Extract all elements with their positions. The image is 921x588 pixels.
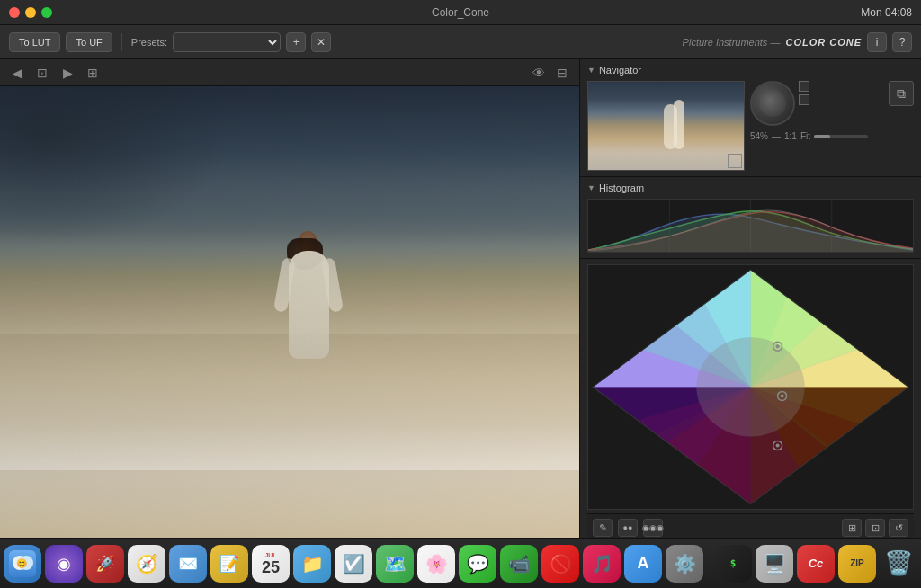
menubar-time: Mon 04:08 xyxy=(861,6,912,19)
cone-view1-button[interactable]: ⊞ xyxy=(842,519,862,537)
colorcone-canvas[interactable] xyxy=(587,264,914,510)
minimize-button[interactable] xyxy=(25,7,36,18)
preview-icon-right[interactable]: ▶ xyxy=(58,63,77,83)
nav-zoom-bar: 54% — 1:1 Fit xyxy=(750,131,914,141)
navigator-title: Navigator xyxy=(599,65,641,76)
toolbar-right: Picture Instruments — COLOR CONE i ? xyxy=(683,32,912,52)
dock-airplay[interactable]: 🖥️ xyxy=(756,545,793,583)
nav-copy-button[interactable]: ⧉ xyxy=(889,81,914,106)
dock-trash[interactable]: 🗑️ xyxy=(880,545,917,583)
preset-add-button[interactable]: + xyxy=(286,32,306,52)
dock-siri[interactable]: ◉ xyxy=(45,545,83,583)
presets-dropdown[interactable] xyxy=(173,32,281,52)
cone-reset-button[interactable]: ↺ xyxy=(889,519,908,537)
histogram-canvas xyxy=(587,199,914,253)
cone-controls: ✎ ●● ◉◉◉ ⊞ ⊡ ↺ xyxy=(587,513,914,538)
preview-image-container xyxy=(0,86,579,538)
histogram-arrow: ▼ xyxy=(587,183,595,192)
preview-toolbar: ◀ ⊡ ▶ ⊞ 👁 ⊟ xyxy=(0,59,579,86)
cone-view2-button[interactable]: ⊡ xyxy=(865,519,885,537)
main-layout: ◀ ⊡ ▶ ⊞ 👁 ⊟ xyxy=(0,59,921,538)
preview-icon-expand[interactable]: ⊞ xyxy=(83,63,103,83)
right-panel: ▼ Navigator xyxy=(579,59,921,538)
dock-finder[interactable]: 😊 xyxy=(4,545,41,583)
preview-icon-grid[interactable]: ⊡ xyxy=(32,63,52,83)
cone-color2-button[interactable]: ◉◉◉ xyxy=(643,519,663,537)
navigator-content: ⧉ 54% — 1:1 Fit xyxy=(587,81,914,171)
dock-calendar-header: JUL xyxy=(264,552,276,558)
help-button[interactable]: ? xyxy=(892,32,912,52)
zoom-slider-fill xyxy=(814,135,830,138)
dock-facetime[interactable]: 📹 xyxy=(500,545,538,583)
preview-eye-button[interactable]: 👁 xyxy=(529,63,549,83)
navigator-section: ▼ Navigator xyxy=(580,59,921,177)
maximize-button[interactable] xyxy=(41,7,52,18)
nav-box-2 xyxy=(799,94,809,105)
dock-launchpad[interactable]: 🚀 xyxy=(86,545,124,583)
navigator-header: ▼ Navigator xyxy=(587,65,914,76)
histogram-title: Histogram xyxy=(599,183,644,193)
toolbar-separator xyxy=(121,33,122,51)
svg-point-43 xyxy=(776,444,780,448)
dock-reminders[interactable]: ☑️ xyxy=(335,545,372,583)
dock-music[interactable]: 🎵 xyxy=(583,545,621,583)
dock: 😊 ◉ 🚀 🧭 ✉️ 📝 JUL 25 📁 ☑️ 🗺️ 🌸 💬 📹 🚫 🎵 A … xyxy=(0,538,921,588)
nav-thumb-image xyxy=(588,82,744,170)
dock-mail[interactable]: ✉️ xyxy=(169,545,207,583)
dock-maps[interactable]: 🗺️ xyxy=(376,545,414,583)
svg-text:😊: 😊 xyxy=(16,557,28,569)
zoom-separator: — xyxy=(772,131,781,141)
svg-point-36 xyxy=(696,337,804,436)
title-bar: Color_Cone Mon 04:08 xyxy=(0,0,921,25)
dock-capture[interactable]: Cc xyxy=(797,545,835,583)
toolbar: To LUT To UF Presets: + ✕ Picture Instru… xyxy=(0,25,921,59)
histogram-header: ▼ Histogram xyxy=(587,183,914,193)
zoom-fit-label: Fit xyxy=(800,131,810,141)
cone-pencil-button[interactable]: ✎ xyxy=(593,519,613,537)
dock-calendar[interactable]: JUL 25 xyxy=(252,545,290,583)
zoom-54-label: 54% xyxy=(750,131,768,141)
cone-color-button[interactable]: ●● xyxy=(618,519,638,537)
preview-split-button[interactable]: ⊟ xyxy=(552,63,572,83)
dock-files[interactable]: 📁 xyxy=(293,545,331,583)
dock-terminal[interactable]: $ xyxy=(714,545,752,583)
dock-messages[interactable]: 💬 xyxy=(459,545,496,583)
info-button[interactable]: i xyxy=(867,32,887,52)
preset-delete-button[interactable]: ✕ xyxy=(311,32,331,52)
dock-archiver[interactable]: ZIP xyxy=(838,545,876,583)
colorcone-svg xyxy=(588,265,913,509)
preview-image xyxy=(0,86,579,538)
dock-appstore[interactable]: A xyxy=(624,545,662,583)
zoom-1-1-label: 1:1 xyxy=(784,131,797,141)
dock-notes[interactable]: 📝 xyxy=(210,545,248,583)
preview-area: ◀ ⊡ ▶ ⊞ 👁 ⊟ xyxy=(0,59,579,538)
zoom-slider[interactable] xyxy=(814,135,868,138)
close-button[interactable] xyxy=(9,7,20,18)
nav-boxes xyxy=(799,81,809,105)
navigator-thumbnail[interactable] xyxy=(587,81,745,171)
dock-calendar-day: 25 xyxy=(262,559,280,575)
to-lut-button[interactable]: To LUT xyxy=(9,32,60,52)
title-bar-right: Mon 04:08 xyxy=(861,6,912,19)
nav-dial[interactable] xyxy=(750,81,795,126)
nav-controls: ⧉ 54% — 1:1 Fit xyxy=(750,81,914,141)
to-uf-button[interactable]: To UF xyxy=(66,32,112,52)
presets-label: Presets: xyxy=(131,37,167,48)
histogram-svg xyxy=(588,200,913,252)
preview-icon-left[interactable]: ◀ xyxy=(7,63,27,83)
traffic-lights xyxy=(9,7,52,18)
window-title: Color_Cone xyxy=(432,6,489,19)
picture-instruments-label: Picture Instruments — xyxy=(683,37,781,48)
dock-news[interactable]: 🚫 xyxy=(541,545,579,583)
colorcone-section: ✎ ●● ◉◉◉ ⊞ ⊡ ↺ xyxy=(580,259,921,538)
navigator-arrow: ▼ xyxy=(587,66,595,75)
svg-point-39 xyxy=(776,344,780,348)
nav-box-1 xyxy=(799,81,809,92)
dock-sysprefs[interactable]: ⚙️ xyxy=(666,545,703,583)
color-cone-label: COLOR CONE xyxy=(785,37,862,48)
nav-zoom-box xyxy=(728,154,742,168)
dock-safari[interactable]: 🧭 xyxy=(128,545,165,583)
histogram-section: ▼ Histogram xyxy=(580,177,921,259)
svg-point-41 xyxy=(781,394,784,397)
dock-photos[interactable]: 🌸 xyxy=(417,545,455,583)
